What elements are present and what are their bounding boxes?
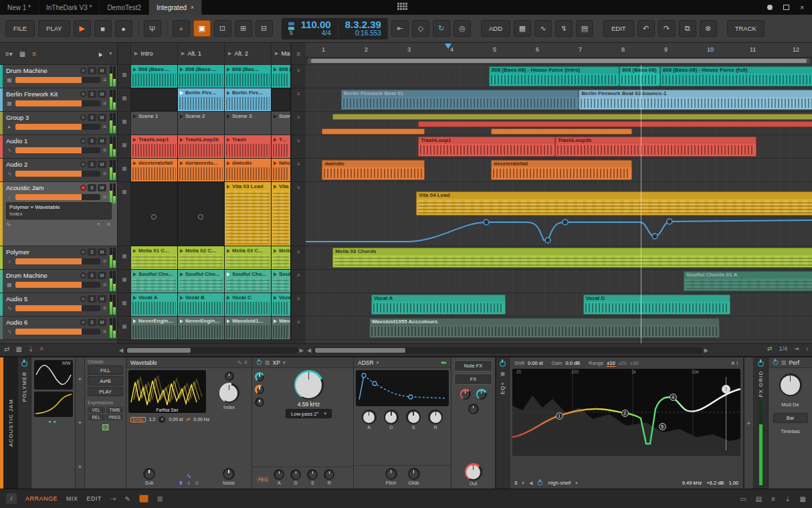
clip-cell[interactable]: deceleratefall (131, 159, 178, 181)
eq-band-node[interactable]: 5 (659, 423, 666, 430)
clip-stop-button[interactable] (118, 182, 131, 246)
track-list-menu-icon[interactable]: ≡▾ (5, 50, 13, 58)
mix-knob[interactable] (468, 404, 479, 414)
arranger-clip[interactable] (322, 129, 425, 135)
cutoff-knob[interactable] (294, 370, 324, 400)
add-oscillator-icon[interactable]: + (78, 375, 82, 383)
mute-button[interactable]: M (98, 90, 106, 98)
launcher-scrollbar[interactable]: ◀ ▶ (119, 347, 304, 354)
device-power-icon[interactable] (773, 360, 778, 365)
arranger-clip[interactable]: Vita 04 Lead (416, 191, 812, 216)
sync-ratio[interactable]: 1:2 (149, 417, 156, 422)
eq-range-option[interactable]: ±10 (607, 360, 615, 367)
arranger-track-lane[interactable] (306, 112, 812, 135)
chevron-down-icon[interactable]: ▾ (283, 360, 286, 365)
arranger-track-lane[interactable]: Berlin Firework Beat 01Berlin Firework B… (306, 88, 812, 112)
follow-playhead-button[interactable]: ◎ (453, 20, 471, 37)
arranger-clip[interactable]: Berlin Firework Beat 02-bounce-1 (579, 90, 812, 110)
solo-button[interactable]: S (88, 90, 96, 98)
arranger-clip[interactable]: Mella 03 Chords (332, 248, 812, 268)
send-a-knob[interactable] (460, 389, 471, 400)
add-effect-track-icon[interactable]: ↯ (555, 20, 573, 37)
piano-keyboard-icon[interactable]: ▦ (800, 495, 806, 503)
gain-value[interactable]: 0.0 dB (565, 360, 580, 366)
clip-cell[interactable]: 808 (Bass-... (131, 65, 178, 88)
jump-to-start-icon[interactable]: ⇤ (391, 20, 409, 37)
timeline-ruler[interactable]: 123456789101112 (306, 43, 812, 58)
clip-stop-button[interactable] (118, 317, 131, 339)
track-clip-menu-icon[interactable]: ≡ (291, 293, 306, 316)
fill-button[interactable]: FILL (88, 365, 123, 375)
eq-shelf-handle[interactable]: ↕ (722, 385, 730, 394)
device-power-icon[interactable] (21, 361, 27, 367)
clip-cell[interactable]: Vocal (272, 293, 291, 316)
chevron-down-icon[interactable]: ▾ (522, 481, 524, 486)
close-icon[interactable]: × (800, 4, 804, 11)
scene-header-cell[interactable]: ▶Intro (131, 43, 178, 64)
clip-cell[interactable]: Scene 3 (225, 112, 272, 135)
feg-knob-r[interactable] (324, 469, 334, 480)
duplicate-icon[interactable]: ⧉ (679, 20, 696, 37)
eq-band-node[interactable]: 2 (621, 410, 629, 417)
send-b-knob[interactable] (476, 389, 487, 400)
chevron-down-icon[interactable]: ▾ (575, 481, 578, 486)
menu-icon[interactable]: ≡ (244, 359, 247, 365)
pitch-knob[interactable] (385, 468, 397, 480)
tempo-value[interactable]: 110.00 (301, 19, 331, 30)
arranger-clip[interactable]: Vocal A (371, 294, 506, 315)
octave-button[interactable]: 0 (178, 481, 183, 485)
clip-play-icon[interactable] (227, 68, 230, 72)
feg-knob-s[interactable] (307, 469, 318, 480)
clip-play-icon[interactable] (180, 272, 183, 276)
clip-play-icon[interactable] (133, 114, 136, 118)
clip-play-icon[interactable] (227, 319, 230, 323)
clip-stop-button[interactable] (118, 270, 131, 292)
scene-play-icon[interactable]: ▶ (134, 51, 138, 56)
solo-button[interactable]: S (88, 114, 96, 121)
record-arm-button[interactable] (80, 185, 86, 191)
track-clip-menu-icon[interactable]: ≡ (291, 159, 306, 181)
scene-header-cell[interactable]: ▶Alt. 1 (178, 43, 225, 64)
track-menu-icon[interactable]: ≡ (103, 305, 106, 311)
clip-cell[interactable]: Soulful Cho... (225, 270, 272, 292)
window-tab[interactable]: New 1 * (0, 0, 39, 15)
volume-slider[interactable] (15, 100, 100, 106)
clip-cell[interactable]: Mella 03 C... (225, 246, 272, 269)
time-signature[interactable]: 4/4 (322, 30, 331, 37)
grid-minus-button[interactable]: ⊟ (256, 20, 273, 37)
arranger-clip[interactable] (418, 121, 812, 127)
solo-button[interactable]: S (88, 272, 96, 279)
scroll-left-icon[interactable]: ◀ (119, 347, 123, 353)
playstart-marker[interactable] (445, 44, 451, 49)
track-menu-icon[interactable]: ≡ (103, 193, 106, 200)
track-row[interactable]: Audio 5SM∿≡ (0, 293, 117, 317)
timeline-zoombar[interactable] (306, 58, 812, 65)
band-power-icon[interactable] (538, 481, 542, 485)
octave-button[interactable]: -1 (185, 481, 191, 485)
expression-label[interactable]: VEL (88, 407, 105, 413)
track-device-chain[interactable]: Polymer » WavetableIndex (6, 202, 112, 220)
arranger-track-lane[interactable]: Mella 03 Chords (306, 246, 812, 270)
clip-cell[interactable]: Berlin Fire... (178, 88, 225, 111)
clip-play-icon[interactable] (227, 249, 230, 253)
arranger-clip[interactable]: Vocal D (583, 294, 731, 315)
track-menu-icon[interactable]: ≡ (103, 328, 106, 335)
clip-cell[interactable]: Trash (225, 135, 272, 158)
eq-band-node[interactable]: 1 (556, 412, 563, 420)
arrange-view-button[interactable]: ARRANGE (25, 495, 58, 502)
empty-clip-slot[interactable] (131, 88, 178, 111)
tab-close-icon[interactable]: × (191, 4, 194, 11)
clip-play-icon[interactable] (227, 161, 230, 165)
clip-cell[interactable]: Vita 03 Lead (225, 182, 272, 246)
track-row[interactable]: Audio 2SM∿≡ (0, 159, 117, 182)
clip-play-icon[interactable] (274, 68, 277, 72)
track-clip-menu-icon[interactable]: ≡ (291, 270, 306, 292)
monitor-button[interactable] (80, 161, 86, 167)
empty-clip-slot[interactable] (178, 182, 225, 246)
play-menu-button[interactable]: PLAY (38, 20, 70, 37)
arranger-scrollbar[interactable]: ◀ ▶ (307, 347, 708, 354)
auto-gain-icon[interactable]: A ↕ (731, 360, 738, 366)
play-button[interactable]: ▶ (74, 20, 91, 37)
expression-label[interactable]: REL (88, 414, 105, 420)
clip-cell[interactable]: 808 (Bas... (225, 65, 272, 88)
